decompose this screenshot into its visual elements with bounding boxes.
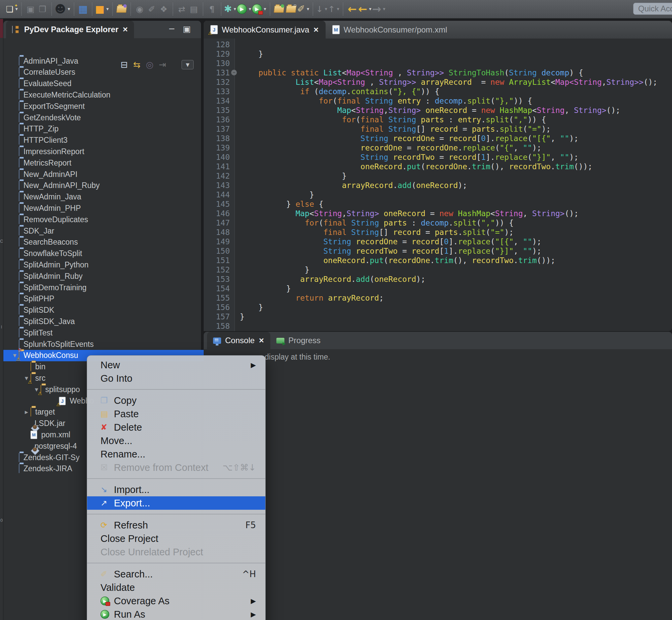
dropdown-arrow-icon[interactable]: ▼ [248, 7, 252, 11]
debug-button[interactable]: ✱▼ [224, 3, 237, 15]
push-up-button[interactable]: ↑▼ [328, 3, 340, 15]
menu-item-search[interactable]: ✐Search...^H [87, 567, 265, 581]
tree-item-searchbeacons[interactable]: SearchBeacons [3, 237, 216, 248]
compare-button[interactable]: ⇄ [176, 3, 188, 15]
dropdown-arrow-icon[interactable]: ▼ [324, 7, 328, 11]
menu-item-run-as[interactable]: ▶Run As▶ [87, 608, 265, 620]
run-button[interactable]: ▶▼ [237, 3, 252, 15]
mark-occurrences-button[interactable]: ✐ [146, 3, 158, 15]
menu-item-new[interactable]: New▶ [87, 358, 265, 372]
tree-item-adminapi-java[interactable]: AdminAPI_Java [3, 55, 216, 67]
open-task-button[interactable]: ● [116, 3, 128, 15]
user-profile-button[interactable]: ☻▼ [55, 3, 71, 15]
menu-item-close-project[interactable]: Close Project [87, 532, 265, 545]
code-editor[interactable]: 128129 }130131 public static List<Map<St… [204, 40, 657, 331]
dropdown-arrow-icon[interactable]: ▼ [336, 7, 340, 11]
profile-button[interactable]: ▶▼ [252, 3, 267, 15]
menu-item-copy[interactable]: ❐Copy [87, 394, 265, 407]
menu-item-paste[interactable]: ▤Paste [87, 407, 265, 421]
tree-item-sdk-jar[interactable]: SDK_Jar [3, 225, 216, 237]
tree-item-splitphp[interactable]: SplitPHP [3, 293, 216, 305]
tab-console[interactable]: Console ✕ [207, 332, 270, 349]
tree-item-getzendeskvote[interactable]: GetZendeskVote [3, 112, 216, 123]
back-history-button[interactable]: ←▼ [358, 3, 372, 15]
tree-item-snowflaketosplit[interactable]: SnowflakeToSplit [3, 248, 216, 259]
fold-collapse-icon[interactable]: − [231, 70, 237, 75]
tree-item-splitsdk[interactable]: SplitSDK [3, 305, 216, 316]
dropdown-arrow-icon[interactable]: ▼ [106, 7, 110, 11]
tab-webhookconsumer-java[interactable]: J⚠ WebhookConsumer.java ✕ [204, 21, 326, 39]
tree-item-httpclient3[interactable]: HTTPClient3 [3, 135, 216, 146]
tab-webhookconsumer-pom-xml[interactable]: M WebhookConsumer/pom.xml [326, 21, 454, 39]
chevron-right-icon[interactable]: ▶ [22, 410, 31, 415]
tree-item-correlateusers[interactable]: CorrelateUsers [3, 67, 216, 78]
tree-item-impressionreport[interactable]: ImpressionReport [3, 146, 216, 157]
dropdown-arrow-icon[interactable]: ▼ [67, 7, 71, 11]
outline-button[interactable]: ▤ [188, 3, 200, 15]
annotate-button[interactable]: ✐▼ [297, 3, 310, 15]
tree-item-newadmin-php[interactable]: NewAdmin_PHP [3, 202, 216, 214]
menu-item-delete[interactable]: ✘Delete [87, 421, 265, 434]
new-wizard-button[interactable]: ❏✦▼ [6, 3, 18, 15]
tree-item-executemetriccalculation[interactable]: ExecuteMetricCalculation [3, 89, 216, 101]
console-view-button[interactable]: ▦ [77, 3, 89, 15]
dropdown-arrow-icon[interactable]: ▼ [263, 7, 267, 11]
line-number: 149 [204, 237, 235, 246]
menu-item-rename[interactable]: Rename... [87, 448, 265, 461]
tree-item-http-zip[interactable]: HTTP_Zip [3, 123, 216, 135]
menu-item-close-unrelated-project[interactable]: Close Unrelated Project [87, 545, 265, 559]
team-sync-button[interactable]: ❖ [158, 3, 170, 15]
pull-down-button[interactable]: ↓▼ [316, 3, 328, 15]
tree-item-new-adminapi[interactable]: New_AdminAPI [3, 168, 216, 180]
mylyn-task-button[interactable]: ■▼ [95, 3, 110, 15]
menu-item-coverage-as[interactable]: ▶Coverage As▶ [87, 594, 265, 608]
tab-progress[interactable]: Progress [270, 332, 327, 349]
save-all-button[interactable]: ❐ [37, 3, 49, 15]
line-number: 130 [204, 59, 235, 68]
tree-item-splitsdk-java[interactable]: SplitSDK_Java [3, 316, 216, 327]
menu-item-validate[interactable]: Validate [87, 581, 265, 594]
save-button[interactable]: ▣ [24, 3, 37, 15]
tree-item-splunktosplitevents[interactable]: SplunkToSplitEvents [3, 339, 216, 350]
menu-shortcut: ^H [242, 569, 256, 579]
tree-item-label: SplitDemoTraining [23, 283, 87, 292]
dropdown-arrow-icon[interactable]: ▼ [306, 7, 310, 11]
tree-item-new-adminapi-ruby[interactable]: New_AdminAPI_Ruby [3, 180, 216, 191]
show-whitespace-button[interactable]: ¶ [206, 3, 218, 15]
menu-item-import[interactable]: ↘Import... [87, 483, 265, 496]
menu-item-remove-from-context[interactable]: ☒Remove from Context⌥⇧⌘↓ [87, 461, 265, 474]
paste-folder-button[interactable]: ▫ [285, 3, 297, 15]
line-number: 148 [204, 227, 235, 237]
quick-access-box[interactable]: Quick Access [633, 3, 672, 15]
menu-item-move[interactable]: Move... [87, 434, 265, 448]
close-icon[interactable]: ✕ [259, 337, 264, 345]
tree-item-metricsreport[interactable]: MetricsReport [3, 157, 216, 168]
dropdown-arrow-icon[interactable]: ▼ [233, 7, 237, 11]
tree-item-newadmin-java[interactable]: NewAdmin_Java [3, 191, 216, 203]
code-line: 128 [204, 40, 657, 49]
code-line: 143 arrayRecord.add(oneRecord); [204, 180, 657, 190]
dropdown-arrow-icon[interactable]: ▼ [382, 7, 386, 11]
menu-item-export[interactable]: ↗Export... [87, 496, 265, 510]
tree-item-splitadmin-ruby[interactable]: SplitAdmin_Ruby [3, 270, 216, 282]
line-number: 131 [204, 68, 235, 78]
menu-item-go-into[interactable]: Go Into [87, 372, 265, 385]
tree-item-label: SplunkToSplitEvents [23, 340, 94, 349]
tree-item-exporttosegment[interactable]: ExportToSegment [3, 101, 216, 112]
line-number: 153 [204, 274, 235, 284]
forward-button[interactable]: →▼ [372, 3, 386, 15]
code-line: 144 } [204, 190, 657, 199]
close-icon[interactable]: ✕ [313, 26, 319, 34]
back-button[interactable]: ← [346, 3, 358, 15]
tree-item-splitdemotraining[interactable]: SplitDemoTraining [3, 282, 216, 293]
code-line: 136 for(final String parts : entry.split… [204, 115, 657, 124]
open-folder-button[interactable]: ● [273, 3, 285, 15]
tree-item-removeduplicates[interactable]: RemoveDuplicates [3, 214, 216, 225]
stamp-button[interactable]: ◉ [134, 3, 146, 15]
menu-item-refresh[interactable]: ⟳RefreshF5 [87, 518, 265, 532]
tree-item-splitadmin-python[interactable]: SplitAdmin_Python [3, 259, 216, 270]
dropdown-arrow-icon[interactable]: ▼ [368, 7, 372, 11]
tree-item-splittest[interactable]: SplitTest [3, 327, 216, 339]
tree-item-evaluateseed[interactable]: EvaluateSeed [3, 78, 216, 90]
console-view-icon: ▦ [78, 4, 88, 14]
